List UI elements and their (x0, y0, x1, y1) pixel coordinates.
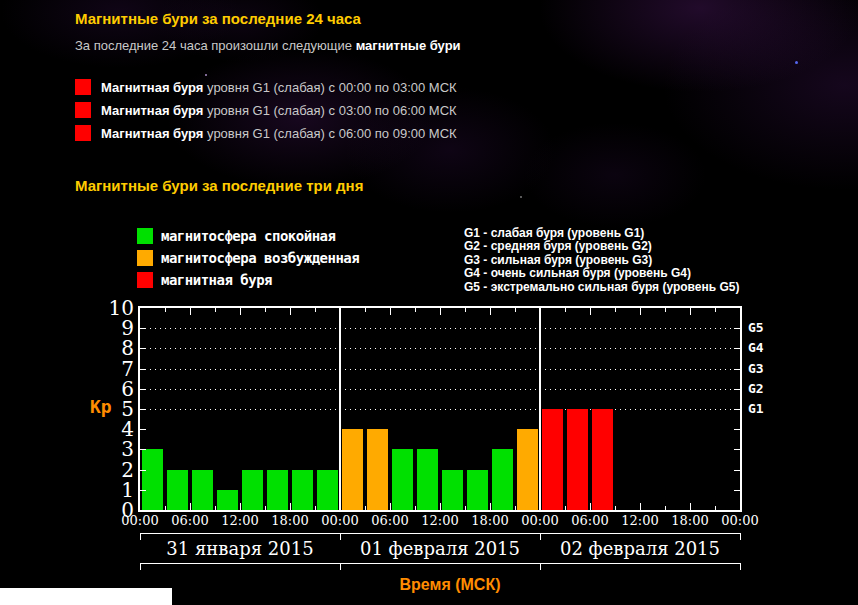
bracket-tick (340, 533, 341, 540)
x-tick (190, 308, 191, 315)
y-tick (140, 389, 146, 390)
date-bracket-bottom-line (140, 563, 741, 564)
date-label: 02 февраля 2015 (540, 538, 740, 559)
g-scale-note: G4 - очень сильная буря (уровень G4) (464, 267, 739, 280)
g-scale-note: G1 - слабая буря (уровень G1) (464, 227, 739, 240)
excited-marker-icon (137, 250, 153, 266)
x-tick (215, 506, 216, 510)
kp-bar (492, 449, 513, 510)
g-scale-note: G2 - средняя буря (уровень G2) (464, 240, 739, 253)
y-tick (734, 449, 740, 450)
x-tick (515, 506, 516, 510)
gridline-kp9 (140, 328, 740, 329)
bracket-tick (340, 563, 341, 570)
x-tick (690, 308, 691, 315)
y-tick (734, 389, 740, 390)
date-label: 31 января 2015 (140, 538, 340, 559)
x-tick (390, 503, 391, 510)
x-tick (165, 308, 166, 312)
x-tick (465, 506, 466, 510)
kp-bar (442, 470, 463, 510)
x-axis-label: 00:00 (115, 513, 165, 528)
bracket-tick (740, 533, 741, 540)
y-axis-label: 10 (94, 296, 134, 320)
date-bracket-top-line (140, 533, 741, 534)
y-tick (734, 490, 740, 491)
y-tick (140, 429, 146, 430)
y-tick (734, 348, 740, 349)
day-separator (539, 308, 541, 510)
x-tick (540, 503, 541, 510)
x-tick (365, 308, 366, 312)
x-tick (540, 308, 541, 315)
x-axis-label: 06:00 (565, 513, 615, 528)
legend-item-quiet: магнитосфера спокойная (137, 228, 359, 244)
x-axis-label: 06:00 (165, 513, 215, 528)
y-tick (140, 409, 146, 410)
bracket-tick (540, 533, 541, 540)
right-axis-label-g1: G1 (748, 401, 764, 416)
x-tick (565, 308, 566, 312)
y-tick (734, 369, 740, 370)
x-tick (465, 308, 466, 312)
legend-label: магнитная буря (161, 272, 272, 288)
kp-bar (367, 429, 388, 510)
y-tick (734, 429, 740, 430)
x-tick (290, 308, 291, 315)
x-axis-label: 12:00 (415, 513, 465, 528)
y-tick (140, 328, 146, 329)
y-tick (734, 470, 740, 471)
magnetic-storms-page: Магнитные бури за последние 24 часа За п… (0, 0, 858, 605)
y-tick (140, 449, 146, 450)
gridline-kp5 (140, 409, 740, 410)
x-axis-label: 12:00 (615, 513, 665, 528)
kp-bar (392, 449, 413, 510)
x-tick (715, 308, 716, 312)
x-axis-label: 00:00 (315, 513, 365, 528)
g-scale-notes: G1 - слабая буря (уровень G1) G2 - средн… (464, 227, 739, 294)
x-tick (440, 308, 441, 315)
x-tick (665, 506, 666, 510)
kp-bar (517, 429, 538, 510)
g-scale-note: G5 - экстремально сильная буря (уровень … (464, 281, 739, 294)
x-tick (190, 503, 191, 510)
x-tick (265, 308, 266, 312)
kp-bar (417, 449, 438, 510)
x-axis-label: 18:00 (265, 513, 315, 528)
x-tick (640, 503, 641, 510)
kp-bar (142, 449, 163, 510)
x-tick (615, 308, 616, 312)
x-tick (690, 503, 691, 510)
kp-bar (267, 470, 288, 510)
date-label: 01 февраля 2015 (340, 538, 540, 559)
x-axis-title: Время (МСК) (340, 576, 560, 594)
quiet-marker-icon (137, 228, 153, 244)
y-tick (140, 490, 146, 491)
x-axis-label: 18:00 (665, 513, 715, 528)
x-tick (240, 308, 241, 315)
kp-bar (317, 470, 338, 510)
kp-bar (567, 409, 588, 510)
storm-marker-icon (137, 272, 153, 288)
x-axis-label: 00:00 (515, 513, 565, 528)
x-tick (290, 503, 291, 510)
right-axis-label-g3: G3 (748, 361, 764, 376)
kp-bar (217, 490, 238, 510)
x-tick (490, 503, 491, 510)
x-tick (415, 308, 416, 312)
right-axis-label-g4: G4 (748, 340, 764, 355)
x-tick (265, 506, 266, 510)
plot-area (138, 306, 742, 512)
bracket-tick (140, 533, 141, 540)
x-tick (640, 308, 641, 315)
x-tick (715, 506, 716, 510)
kp-bar (242, 470, 263, 510)
x-tick (490, 308, 491, 315)
page-bottom-widget (0, 588, 172, 605)
x-tick (340, 308, 341, 315)
y-tick (140, 369, 146, 370)
x-axis-label: 18:00 (465, 513, 515, 528)
legend-item-excited: магнитосфера возбужденная (137, 250, 359, 266)
x-tick (615, 506, 616, 510)
gridline-kp7 (140, 369, 740, 370)
